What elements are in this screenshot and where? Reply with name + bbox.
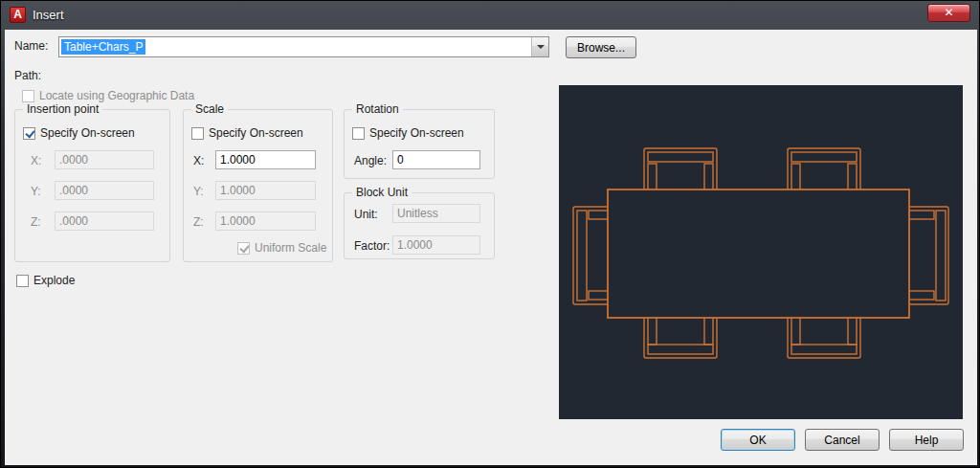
rotation-specify-checkbox[interactable] (352, 127, 365, 140)
geo-data-checkbox[interactable] (22, 90, 34, 102)
geo-data-label: Locate using Geographic Data (39, 89, 194, 102)
insertion-y-label: Y: (31, 185, 41, 198)
rotation-title: Rotation (352, 102, 403, 116)
name-combobox-value: Table+Chars_P (61, 39, 145, 55)
block-unit-title: Block Unit (352, 186, 412, 199)
scale-specify-row: Specify On-screen (191, 126, 303, 140)
name-label: Name: (14, 39, 48, 53)
insert-dialog: A Insert ✕ Name: Table+Chars_P Browse...… (0, 0, 980, 468)
scale-y-input[interactable] (215, 181, 316, 200)
insertion-point-title: Insertion point (23, 102, 102, 116)
insertion-point-group: Insertion point Specify On-screen X: Y: … (14, 109, 170, 262)
scale-y-label: Y: (193, 185, 204, 198)
insertion-specify-row: Specify On-screen (23, 126, 135, 140)
scale-z-input[interactable] (215, 212, 316, 231)
insertion-specify-label: Specify On-screen (40, 126, 135, 140)
browse-button[interactable]: Browse... (566, 36, 636, 58)
explode-row: Explode (16, 274, 75, 287)
uniform-scale-row: Uniform Scale (237, 241, 326, 255)
geo-data-row: Locate using Geographic Data (22, 89, 194, 102)
block-preview-panel (559, 85, 963, 419)
rotation-angle-input[interactable] (392, 150, 480, 169)
explode-checkbox[interactable] (16, 275, 29, 287)
scale-x-label: X: (193, 154, 204, 167)
titlebar[interactable]: A Insert ✕ (1, 1, 979, 30)
close-button[interactable]: ✕ (927, 4, 970, 22)
ok-button[interactable]: OK (721, 429, 795, 451)
scale-x-input[interactable] (215, 150, 316, 169)
table-drawing (608, 189, 909, 318)
scale-z-label: Z: (193, 215, 204, 229)
block-unit-group: Block Unit Unit: Factor: (344, 192, 495, 259)
scale-group: Scale Specify On-screen X: Y: Z: Uniform… (183, 109, 333, 262)
scale-title: Scale (191, 102, 228, 116)
chevron-down-icon (537, 45, 545, 49)
insertion-z-input[interactable] (55, 212, 154, 231)
dialog-body: Name: Table+Chars_P Browse... Path: Loca… (5, 30, 977, 465)
help-button[interactable]: Help (889, 429, 964, 451)
insertion-specify-checkbox[interactable] (23, 127, 35, 140)
cancel-button[interactable]: Cancel (805, 429, 880, 451)
rotation-group: Rotation Specify On-screen Angle: (344, 109, 495, 179)
uniform-scale-checkbox[interactable] (237, 242, 250, 255)
path-label: Path: (14, 69, 41, 82)
uniform-scale-label: Uniform Scale (255, 241, 326, 255)
close-icon: ✕ (944, 6, 953, 19)
rotation-specify-row: Specify On-screen (352, 126, 464, 140)
block-unit-input[interactable] (392, 204, 480, 223)
insertion-y-input[interactable] (55, 181, 154, 200)
scale-specify-label: Specify On-screen (209, 126, 303, 140)
combo-dropdown-button[interactable] (531, 37, 548, 56)
rotation-specify-label: Specify On-screen (369, 126, 464, 140)
block-preview-drawing (559, 85, 963, 419)
autocad-logo-icon: A (10, 7, 26, 23)
block-factor-label: Factor: (354, 239, 390, 253)
insertion-z-label: Z: (31, 215, 41, 229)
insertion-x-input[interactable] (55, 150, 154, 169)
block-unit-label: Unit: (354, 208, 378, 221)
scale-specify-checkbox[interactable] (191, 127, 204, 140)
name-combobox[interactable]: Table+Chars_P (58, 36, 549, 57)
insertion-x-label: X: (31, 154, 41, 167)
window-title: Insert (33, 8, 64, 22)
block-factor-input[interactable] (392, 235, 480, 255)
explode-label: Explode (33, 274, 75, 287)
rotation-angle-label: Angle: (354, 154, 387, 167)
